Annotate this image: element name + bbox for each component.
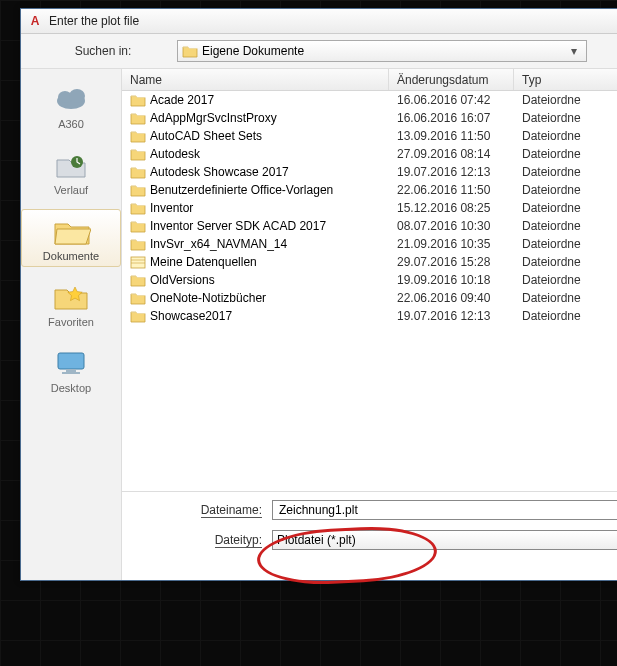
filename-input[interactable] bbox=[272, 500, 617, 520]
list-item[interactable]: Inventor15.12.2016 08:25Dateiordne bbox=[122, 199, 617, 217]
list-item[interactable]: AdAppMgrSvcInstProxy16.06.2016 16:07Date… bbox=[122, 109, 617, 127]
item-date: 21.09.2016 10:35 bbox=[397, 237, 522, 251]
col-date[interactable]: Änderungsdatum bbox=[389, 69, 514, 90]
list-item[interactable]: Autodesk27.09.2016 08:14Dateiordne bbox=[122, 145, 617, 163]
folder-icon bbox=[130, 308, 148, 324]
filetype-label: Dateityp: bbox=[122, 533, 272, 547]
item-name: Autodesk bbox=[148, 147, 397, 161]
folder-icon bbox=[130, 272, 148, 288]
item-type: Dateiordne bbox=[522, 129, 617, 143]
list-item[interactable]: Showcase201719.07.2016 12:13Dateiordne bbox=[122, 307, 617, 325]
item-date: 08.07.2016 10:30 bbox=[397, 219, 522, 233]
favorites-icon bbox=[51, 280, 91, 314]
item-date: 27.09.2016 08:14 bbox=[397, 147, 522, 161]
place-label: Desktop bbox=[51, 382, 91, 394]
item-date: 13.09.2016 11:50 bbox=[397, 129, 522, 143]
place-history[interactable]: Verlauf bbox=[21, 143, 121, 201]
col-name[interactable]: Name bbox=[122, 69, 389, 90]
item-name: OldVersions bbox=[148, 273, 397, 287]
item-name: Acade 2017 bbox=[148, 93, 397, 107]
bottom-panel: Dateiname: Dateityp: Plotdatei (*.plt) ▾ bbox=[122, 491, 617, 580]
item-date: 16.06.2016 07:42 bbox=[397, 93, 522, 107]
svg-rect-9 bbox=[62, 372, 80, 374]
item-type: Dateiordne bbox=[522, 93, 617, 107]
item-name: Showcase2017 bbox=[148, 309, 397, 323]
col-type[interactable]: Typ bbox=[514, 69, 617, 90]
file-dialog: A Enter the plot file Suchen in: Eigene … bbox=[20, 8, 617, 581]
folder-icon bbox=[130, 290, 148, 306]
chevron-down-icon[interactable]: ▾ bbox=[566, 44, 582, 58]
svg-rect-8 bbox=[66, 369, 76, 372]
item-type: Dateiordne bbox=[522, 219, 617, 233]
item-date: 29.07.2016 15:28 bbox=[397, 255, 522, 269]
lookin-value: Eigene Dokumente bbox=[202, 44, 562, 58]
list-item[interactable]: InvSvr_x64_NAVMAN_1421.09.2016 10:35Date… bbox=[122, 235, 617, 253]
item-type: Dateiordne bbox=[522, 291, 617, 305]
history-icon bbox=[51, 148, 91, 182]
item-date: 19.07.2016 12:13 bbox=[397, 165, 522, 179]
list-item[interactable]: OneNote-Notizbücher22.06.2016 09:40Datei… bbox=[122, 289, 617, 307]
item-type: Dateiordne bbox=[522, 201, 617, 215]
lookin-label: Suchen in: bbox=[41, 44, 171, 58]
item-name: OneNote-Notizbücher bbox=[148, 291, 397, 305]
filetype-value: Plotdatei (*.plt) bbox=[277, 533, 617, 547]
places-bar: A360 Verlauf Dokumente Fav bbox=[21, 69, 122, 580]
item-type: Dateiordne bbox=[522, 237, 617, 251]
titlebar[interactable]: A Enter the plot file bbox=[21, 9, 617, 34]
item-type: Dateiordne bbox=[522, 111, 617, 125]
list-item[interactable]: Meine Datenquellen29.07.2016 15:28Dateio… bbox=[122, 253, 617, 271]
folder-icon bbox=[182, 43, 198, 59]
list-item[interactable]: Benutzerdefinierte Office-Vorlagen22.06.… bbox=[122, 181, 617, 199]
folder-icon bbox=[130, 218, 148, 234]
place-documents[interactable]: Dokumente bbox=[21, 209, 121, 267]
lookin-row: Suchen in: Eigene Dokumente ▾ bbox=[21, 34, 617, 69]
place-a360[interactable]: A360 bbox=[21, 77, 121, 135]
item-name: AutoCAD Sheet Sets bbox=[148, 129, 397, 143]
item-name: Autodesk Showcase 2017 bbox=[148, 165, 397, 179]
item-date: 16.06.2016 16:07 bbox=[397, 111, 522, 125]
folder-open-icon bbox=[51, 214, 91, 248]
item-date: 19.07.2016 12:13 bbox=[397, 309, 522, 323]
filetype-combo[interactable]: Plotdatei (*.plt) ▾ bbox=[272, 530, 617, 550]
folder-icon bbox=[130, 236, 148, 252]
list-item[interactable]: AutoCAD Sheet Sets13.09.2016 11:50Dateio… bbox=[122, 127, 617, 145]
item-type: Dateiordne bbox=[522, 147, 617, 161]
svg-point-5 bbox=[69, 89, 85, 103]
window-title: Enter the plot file bbox=[49, 14, 139, 28]
file-list-pane: Name Änderungsdatum Typ Acade 201716.06.… bbox=[122, 69, 617, 580]
item-type: Dateiordne bbox=[522, 273, 617, 287]
list-item[interactable]: Acade 201716.06.2016 07:42Dateiordne bbox=[122, 91, 617, 109]
folder-icon bbox=[130, 92, 148, 108]
place-label: Dokumente bbox=[43, 250, 99, 262]
item-date: 22.06.2016 11:50 bbox=[397, 183, 522, 197]
folder-icon bbox=[130, 200, 148, 216]
body: A360 Verlauf Dokumente Fav bbox=[21, 69, 617, 580]
folder-icon bbox=[130, 182, 148, 198]
item-name: Inventor Server SDK ACAD 2017 bbox=[148, 219, 397, 233]
svg-rect-7 bbox=[58, 353, 84, 369]
item-type: Dateiordne bbox=[522, 255, 617, 269]
filename-label: Dateiname: bbox=[122, 503, 272, 517]
item-date: 15.12.2016 08:25 bbox=[397, 201, 522, 215]
lookin-combo[interactable]: Eigene Dokumente ▾ bbox=[177, 40, 587, 62]
list-item[interactable]: Inventor Server SDK ACAD 201708.07.2016 … bbox=[122, 217, 617, 235]
list-item[interactable]: Autodesk Showcase 201719.07.2016 12:13Da… bbox=[122, 163, 617, 181]
item-date: 19.09.2016 10:18 bbox=[397, 273, 522, 287]
column-headers: Name Änderungsdatum Typ bbox=[122, 69, 617, 91]
place-desktop[interactable]: Desktop bbox=[21, 341, 121, 399]
folder-icon bbox=[130, 146, 148, 162]
file-list[interactable]: Acade 201716.06.2016 07:42DateiordneAdAp… bbox=[122, 91, 617, 491]
item-date: 22.06.2016 09:40 bbox=[397, 291, 522, 305]
place-favorites[interactable]: Favoriten bbox=[21, 275, 121, 333]
folder-icon bbox=[130, 128, 148, 144]
item-type: Dateiordne bbox=[522, 165, 617, 179]
item-name: Meine Datenquellen bbox=[148, 255, 397, 269]
place-label: Verlauf bbox=[54, 184, 88, 196]
item-type: Dateiordne bbox=[522, 309, 617, 323]
item-type: Dateiordne bbox=[522, 183, 617, 197]
cloud-icon bbox=[51, 82, 91, 116]
list-item[interactable]: OldVersions19.09.2016 10:18Dateiordne bbox=[122, 271, 617, 289]
place-label: A360 bbox=[58, 118, 84, 130]
item-name: AdAppMgrSvcInstProxy bbox=[148, 111, 397, 125]
item-name: Inventor bbox=[148, 201, 397, 215]
